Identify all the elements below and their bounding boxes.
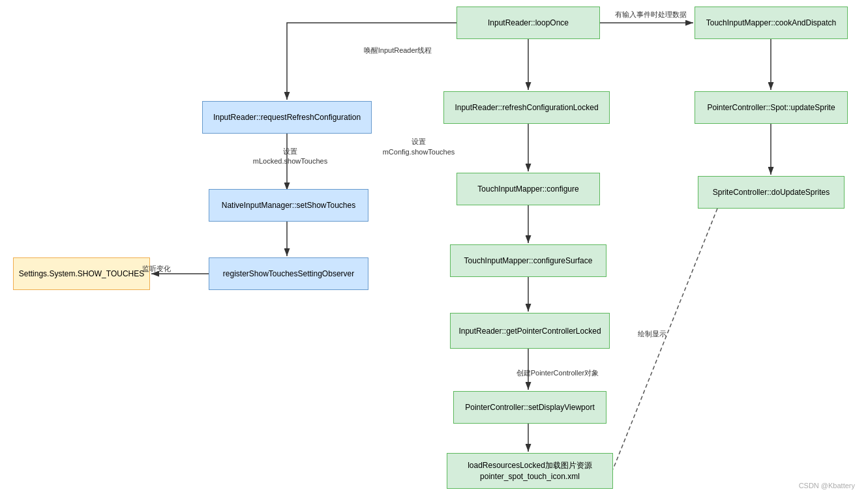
watermark: CSDN @Kbattery bbox=[799, 482, 855, 489]
node-refreshconfig: InputReader::refreshConfigurationLocked bbox=[443, 91, 610, 124]
arrows-svg bbox=[0, 0, 868, 496]
node-requestrefresh: InputReader::requestRefreshConfiguration bbox=[202, 101, 372, 134]
node-getpointercontroller: InputReader::getPointerControllerLocked bbox=[450, 313, 610, 349]
node-looponce: InputReader::loopOnce bbox=[456, 7, 600, 39]
diagram-container: InputReader::loopOnce InputReader::refre… bbox=[0, 0, 868, 496]
node-cookanddispatch: TouchInputMapper::cookAndDispatch bbox=[695, 7, 848, 39]
node-touchconfiguresurface: TouchInputMapper::configureSurface bbox=[450, 244, 606, 277]
node-setshowtouches: NativeInputManager::setShowTouches bbox=[209, 189, 368, 222]
label-createpointer: 创建PointerController对象 bbox=[499, 368, 616, 378]
node-setdisplayviewport: PointerController::setDisplayViewport bbox=[453, 391, 606, 424]
node-registerobserver: registerShowTouchesSettingObserver bbox=[209, 257, 368, 290]
label-wake: 唤醒InputReader线程 bbox=[352, 46, 443, 55]
node-doupdatesprites: SpriteController::doUpdateSprites bbox=[698, 176, 845, 209]
node-touchconfigure: TouchInputMapper::configure bbox=[456, 173, 600, 205]
node-showtouches: Settings.System.SHOW_TOUCHES bbox=[13, 257, 150, 290]
label-hasevent: 有输入事件时处理数据 bbox=[605, 10, 696, 20]
label-listenchange: 监听变化 bbox=[130, 264, 183, 274]
svg-line-14 bbox=[613, 209, 717, 469]
node-loadresources: loadResourcesLocked加载图片资源 pointer_spot_t… bbox=[447, 453, 613, 489]
label-setmlocked: 设置mLocked.showTouches bbox=[245, 147, 336, 167]
label-setmconfig: 设置mConfig.showTouches bbox=[380, 127, 458, 157]
label-drawdisplay: 绘制显示 bbox=[626, 329, 678, 339]
node-updatesprite: PointerController::Spot::updateSprite bbox=[695, 91, 848, 124]
